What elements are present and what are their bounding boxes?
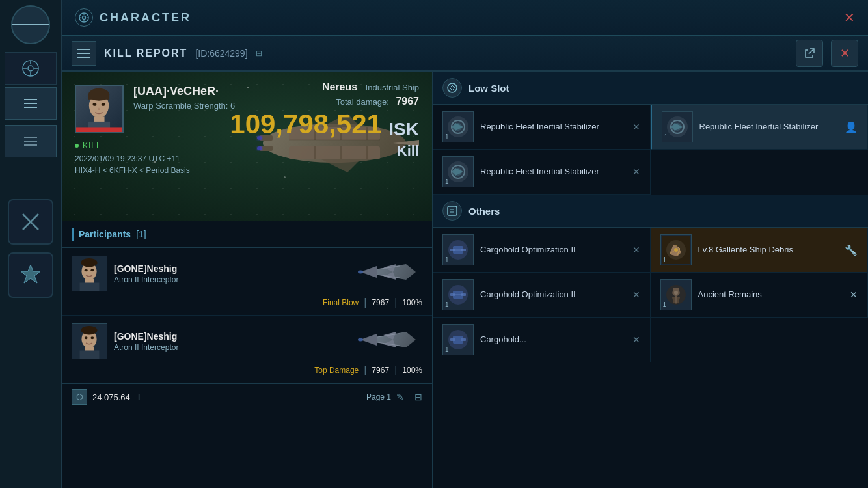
svg-rect-55 — [80, 350, 100, 359]
total-damage-value: 7967 — [396, 96, 419, 107]
participant-ship-img-2 — [351, 322, 422, 360]
close-others-1[interactable]: ✕ — [632, 245, 640, 255]
others-item-name-2: Cargohold Optimization II — [480, 290, 626, 301]
participants-bar — [72, 228, 74, 241]
participant-row-2[interactable]: [GONE]Neshig Atron II Interceptor — [62, 316, 432, 383]
others-item-3[interactable]: 1 Cargohold... ✕ — [433, 318, 651, 362]
page-edit-icon[interactable]: ✎ — [396, 392, 404, 402]
others-item-1-right[interactable]: 1 Lv.8 Gallente Ship Debris 🔧 — [651, 228, 869, 273]
kr-export-button[interactable] — [796, 40, 823, 67]
svg-point-83 — [674, 248, 678, 252]
others-item-2-right[interactable]: 1 Ancient Remains ✕ — [651, 273, 869, 318]
others-item-name-1r: Lv.8 Gallente Ship Debris — [698, 245, 839, 256]
filter-icon[interactable]: ⊟ — [414, 392, 422, 402]
svg-point-92 — [674, 291, 678, 295]
others-count-1r: 1 — [663, 256, 667, 264]
close-window-button[interactable]: ✕ — [844, 10, 855, 25]
sidebar-swords-icon[interactable] — [8, 199, 53, 245]
kill-badge-text: Kill — [83, 141, 102, 150]
page-info: Page 1 — [366, 392, 391, 401]
participant-ship-img-1 — [351, 254, 422, 293]
low-slot-item-1[interactable]: 1 Republic Fleet Inertial Stabilizer ✕ — [433, 105, 651, 150]
victim-avatar-img — [76, 86, 122, 132]
participant-top-1: [GONE]Neshig Atron II Interceptor — [72, 254, 422, 293]
svg-point-53 — [90, 336, 94, 339]
participant-stats-2: Top Damage | 7967 | 100% — [72, 364, 422, 376]
low-slot-item-name-1: Republic Fleet Inertial Stabilizer — [480, 122, 626, 133]
slot-count-1: 1 — [445, 133, 449, 141]
participant-top-2: [GONE]Neshig Atron II Interceptor — [72, 322, 422, 360]
kr-left-panel: [UAA]·VeCHeR· Warp Scramble Strength: 6 … — [62, 72, 433, 488]
kill-report-panel: KILL REPORT [ID:6624299] ⊟ ✕ — [62, 36, 868, 488]
svg-rect-97 — [450, 338, 455, 341]
cargo-unit: I — [138, 392, 141, 402]
participant-name-1: [GONE]Neshig — [114, 264, 178, 274]
close-others-x[interactable]: ✕ — [850, 290, 858, 300]
final-blow-label: Final Blow — [323, 298, 359, 307]
sidebar-char-icon[interactable] — [5, 52, 57, 85]
ship-class: Industrial Ship — [366, 83, 419, 92]
others-item-2[interactable]: 1 Cargohold Optimization II ✕ — [433, 273, 651, 318]
low-slot-item-1-right[interactable]: 1 Republic Fleet Inertial Stabilizer 👤 — [651, 105, 869, 150]
close-others-3[interactable]: ✕ — [632, 334, 640, 345]
participants-header: Participants [1] — [62, 221, 432, 248]
low-slot-item-2[interactable]: 1 Republic Fleet Inertial Stabilizer ✕ — [433, 150, 651, 195]
cargo-icon: ⬡ — [72, 389, 87, 405]
participant-ship-2: Atron II Interceptor — [114, 343, 178, 352]
kr-content: [UAA]·VeCHeR· Warp Scramble Strength: 6 … — [62, 72, 868, 488]
others-item-img-3: 1 — [442, 324, 474, 355]
others-item-img-2: 1 — [442, 279, 474, 310]
participant-info-2: [GONE]Neshig Atron II Interceptor — [114, 331, 178, 352]
low-slot-item-name-2: Republic Fleet Inertial Stabilizer — [480, 167, 626, 178]
participants-count: [1] — [136, 229, 146, 239]
victim-banner: [UAA]·VeCHeR· Warp Scramble Strength: 6 … — [62, 72, 432, 221]
low-slot-item-name-1r: Republic Fleet Inertial Stabilizer — [699, 122, 839, 133]
others-item-name-3: Cargohold... — [480, 334, 626, 346]
stat-damage-1: 7967 — [372, 298, 389, 307]
svg-point-21 — [102, 103, 105, 106]
participant-ship-1: Atron II Interceptor — [114, 275, 178, 284]
svg-point-43 — [90, 269, 94, 271]
kr-menu-button[interactable] — [72, 41, 96, 66]
stat-pct-2: 100% — [402, 366, 422, 375]
ship-info: Nereus Industrial Ship Total damage: 796… — [230, 81, 419, 159]
slot-count-1r: 1 — [664, 133, 668, 141]
stat-damage-2: 7967 — [372, 366, 389, 375]
others-icon — [442, 201, 462, 221]
kill-badge-dot — [75, 144, 79, 148]
close-slot-2[interactable]: ✕ — [632, 167, 640, 177]
sidebar-menu-button[interactable] — [11, 5, 50, 44]
others-count-2r: 1 — [663, 301, 667, 308]
sidebar-menu-icon-2[interactable] — [5, 125, 57, 157]
close-others-2[interactable]: ✕ — [632, 290, 640, 300]
svg-rect-24 — [76, 127, 122, 132]
participant-info-1: [GONE]Neshig Atron II Interceptor — [114, 264, 178, 284]
sidebar-star-icon[interactable] — [8, 252, 53, 298]
participants-section: Participants [1] — [62, 221, 432, 488]
sidebar-menu-icon-1[interactable] — [5, 87, 57, 120]
others-item-img-1: 1 — [442, 234, 474, 265]
others-title: Others — [468, 206, 500, 217]
svg-rect-45 — [80, 282, 100, 291]
main-panel: CHARACTER ✕ KILL REPORT [ID:6624299] ⊟ — [62, 0, 868, 488]
svg-point-56 — [358, 338, 363, 342]
low-slot-header: Low Slot — [433, 72, 868, 105]
kr-close-button[interactable]: ✕ — [831, 40, 858, 67]
svg-point-20 — [93, 103, 97, 106]
participant-name-2: [GONE]Neshig — [114, 331, 178, 342]
participant-avatar-inner-1 — [72, 256, 107, 291]
copy-icon[interactable]: ⊟ — [256, 49, 262, 58]
svg-point-9 — [83, 16, 86, 20]
isk-value: 109,798,521 — [230, 109, 382, 139]
participant-row[interactable]: [GONE]Neshig Atron II Interceptor — [62, 248, 432, 316]
svg-point-46 — [358, 271, 363, 274]
close-slot-1[interactable]: ✕ — [632, 122, 640, 132]
others-item-img-2r: 1 — [660, 279, 692, 310]
others-item-1[interactable]: 1 Cargohold Optimization II ✕ — [433, 228, 651, 273]
low-slot-item-img-2: 1 — [442, 156, 474, 187]
others-slot-grid: 1 Cargohold Optimization II ✕ — [433, 228, 868, 362]
svg-point-42 — [85, 269, 88, 271]
char-header-title: CHARACTER — [100, 11, 191, 25]
participant-stats-1: Final Blow | 7967 | 100% — [72, 297, 422, 308]
ship-name: Nereus — [322, 81, 357, 92]
